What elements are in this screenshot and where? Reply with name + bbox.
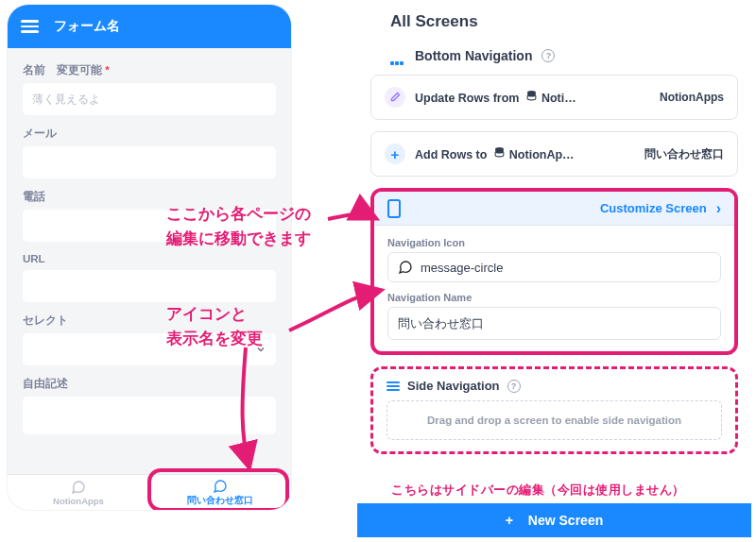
nav-icon-label: Navigation Icon <box>387 237 721 248</box>
label-freetext: 自由記述 <box>23 377 276 391</box>
section-bottom-navigation: Bottom Navigation ? <box>390 48 751 63</box>
message-circle-icon <box>71 480 86 495</box>
nav-icon-input[interactable]: message-circle <box>387 252 721 282</box>
name-input[interactable] <box>23 83 276 115</box>
card-update-rows[interactable]: Update Rows from Noti… NotionApps <box>370 75 738 120</box>
chevron-right-icon: › <box>716 200 721 217</box>
card-add-rows[interactable]: + Add Rows to NotionAp… 問い合わせ窓口 <box>370 131 738 177</box>
help-icon[interactable]: ? <box>541 49 555 62</box>
field-url: URL <box>23 253 276 302</box>
label-url: URL <box>23 253 276 264</box>
plus-icon: + <box>506 513 513 528</box>
message-circle-icon <box>398 260 413 275</box>
new-screen-button[interactable]: + New Screen <box>357 503 751 537</box>
pencil-icon <box>385 87 405 108</box>
customize-screen-link[interactable]: Customize Screen › <box>374 192 734 226</box>
freetext-input[interactable] <box>23 397 276 434</box>
mobile-preview-pane: フォーム名 名前 変更可能 * メール 電話 URL セレクト <box>8 5 291 510</box>
phone-icon <box>387 199 401 218</box>
annotation-sidebars-note: こちらはサイドバーの編集（今回は使用しません） <box>391 482 685 499</box>
annotation-text-2: アイコンと 表示名を変更 <box>166 302 263 350</box>
side-nav-menu-icon <box>387 381 400 391</box>
label-name: 名前 変更可能 <box>23 64 102 76</box>
mobile-title: フォーム名 <box>54 18 120 35</box>
mobile-header: フォーム名 <box>8 5 291 48</box>
hamburger-icon[interactable] <box>21 20 39 33</box>
help-icon[interactable]: ? <box>507 380 521 393</box>
annotation-text-1: ここから各ページの 編集に移動できます <box>166 202 311 250</box>
bottom-nav-dots-icon <box>390 52 405 59</box>
side-navigation-section: Side Navigation ? Drag and drop a screen… <box>370 366 738 454</box>
url-input[interactable] <box>23 270 276 302</box>
active-screen-card: Customize Screen › Navigation Icon messa… <box>370 188 738 355</box>
form-area: 名前 変更可能 * メール 電話 URL セレクト <box>8 48 291 475</box>
side-nav-dropzone[interactable]: Drag and drop a screen to enable side na… <box>387 400 722 440</box>
nav-name-input[interactable]: 問い合わせ窓口 <box>387 307 721 340</box>
nav-name-label: Navigation Name <box>387 292 721 303</box>
database-icon <box>493 146 506 159</box>
field-mail: メール <box>23 127 276 178</box>
field-name: 名前 変更可能 * <box>23 63 276 115</box>
plus-icon: + <box>385 144 405 164</box>
right-pane: All Screens Bottom Navigation ? Update R… <box>357 5 751 534</box>
annotation-highlight-bottom-tab <box>147 468 289 510</box>
label-mail: メール <box>23 127 276 141</box>
database-icon <box>525 90 538 102</box>
mail-input[interactable] <box>23 146 276 178</box>
required-mark: * <box>105 64 109 76</box>
all-screens-title: All Screens <box>390 12 751 31</box>
field-freetext: 自由記述 <box>23 377 276 438</box>
nav-tab-notionapps[interactable]: NotionApps <box>8 475 149 510</box>
